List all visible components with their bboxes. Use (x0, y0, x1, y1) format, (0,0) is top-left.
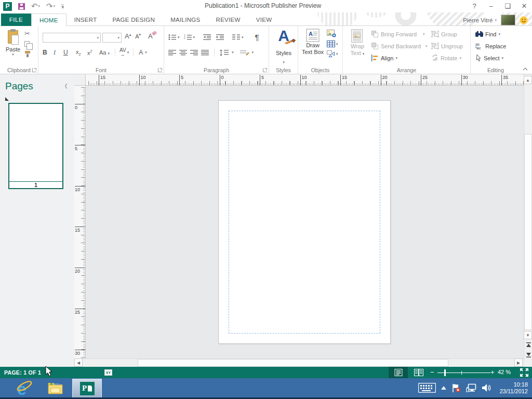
line-spacing-icon[interactable] (220, 49, 229, 56)
vertical-scrollbar[interactable]: ▲ ▼ (524, 74, 532, 367)
ungroup-button[interactable]: Ungroup (431, 42, 463, 50)
italic-button[interactable]: I (54, 49, 63, 57)
insert-table-icon[interactable] (327, 41, 335, 47)
horizontal-ruler[interactable]: 1510505101520253035 (86, 74, 524, 86)
font-size-combo[interactable]: ▾ (102, 33, 122, 43)
align-button[interactable]: Align ▾ (371, 54, 428, 62)
show-hidden-icons-button[interactable] (441, 386, 446, 390)
tab-mailings[interactable]: MAILINGS (163, 14, 208, 26)
publication-page[interactable] (218, 100, 391, 344)
file-explorer-icon[interactable] (48, 381, 66, 395)
decrease-indent-icon[interactable] (203, 34, 211, 41)
restore-button[interactable]: ❏ (503, 2, 512, 10)
document-canvas[interactable] (86, 86, 524, 358)
object-position-icon[interactable]: XY (104, 369, 112, 376)
shapes-icon[interactable] (327, 50, 335, 57)
paste-button[interactable]: Paste ▾ (2, 29, 24, 67)
draw-text-box-button[interactable]: A Draw Text Box (300, 29, 326, 56)
scroll-down-icon[interactable]: ▼ (524, 331, 532, 339)
columns-icon[interactable] (232, 34, 240, 41)
two-page-view-button[interactable] (409, 367, 428, 378)
subscript-button[interactable]: x2 (76, 49, 87, 56)
copy-icon[interactable] (24, 41, 30, 47)
vertical-scrollbar-thumb[interactable] (524, 134, 532, 330)
format-painter-icon[interactable] (24, 50, 31, 57)
undo-button[interactable]: ↶▾ (31, 2, 40, 11)
horizontal-scrollbar[interactable]: ◀ ▶ (74, 358, 524, 367)
fit-page-button[interactable] (520, 368, 528, 377)
avatar[interactable] (501, 15, 515, 25)
page-down-icon[interactable] (526, 353, 531, 357)
align-left-icon[interactable] (168, 49, 176, 56)
align-right-icon[interactable] (190, 49, 198, 56)
insert-picture-icon[interactable] (327, 30, 336, 37)
zoom-slider-thumb[interactable] (444, 369, 446, 376)
pages-panel-collapse-icon[interactable]: 〈 (65, 83, 67, 89)
clipboard-dialog-launcher[interactable] (32, 68, 36, 72)
grow-font-button[interactable]: A▴ (125, 32, 131, 40)
shading-icon[interactable] (240, 49, 249, 56)
change-case-button[interactable]: Aa ▾ (99, 49, 110, 56)
send-backward-button[interactable]: Send Backward ▾ (371, 42, 428, 50)
feedback-smiley-icon[interactable] (520, 16, 528, 24)
help-button[interactable]: ? (470, 2, 479, 10)
underline-button[interactable]: U (63, 49, 76, 56)
clock[interactable]: 10:18 23/11/2012 (500, 381, 528, 395)
pages-panel-expand-icon[interactable] (5, 97, 9, 101)
justify-icon[interactable] (201, 49, 209, 56)
styles-button[interactable]: A Styles ▾ (271, 28, 296, 70)
paragraph-dialog-launcher[interactable] (263, 68, 267, 72)
account-name[interactable]: Pierre Vitré (463, 17, 493, 23)
horizontal-scrollbar-thumb[interactable] (138, 359, 448, 367)
vertical-ruler[interactable]: 051015202530 (74, 86, 86, 358)
increase-indent-icon[interactable] (216, 34, 224, 41)
shrink-font-button[interactable]: A▾ (135, 33, 141, 39)
group-button[interactable]: Group (431, 30, 463, 38)
font-color-button[interactable]: A (139, 49, 143, 56)
tab-file[interactable]: FILE (1, 14, 31, 26)
zoom-in-button[interactable]: + (490, 368, 495, 376)
superscript-button[interactable]: x2 (87, 49, 99, 56)
page-up-icon[interactable] (526, 342, 531, 347)
publisher-app-icon[interactable]: P (3, 2, 12, 11)
character-spacing-button[interactable]: AV↔ (119, 48, 126, 57)
keyboard-icon[interactable] (418, 383, 436, 393)
page-status[interactable]: PAGE: 1 OF 1 (4, 369, 41, 376)
show-formatting-button[interactable]: ¶ (255, 33, 259, 42)
account-area[interactable]: Pierre Vitré ▾ (463, 15, 528, 25)
collapse-ribbon-icon[interactable] (523, 68, 528, 71)
replace-button[interactable]: abac Replace (475, 42, 506, 50)
align-center-icon[interactable] (179, 49, 187, 56)
page-thumbnail-1[interactable]: 1 (8, 103, 63, 189)
tab-page-design[interactable]: PAGE DESIGN (104, 14, 163, 26)
taskbar-publisher-button[interactable]: P (72, 379, 102, 398)
scroll-up-icon[interactable]: ▲ (524, 76, 532, 84)
bold-button[interactable]: B (43, 49, 54, 56)
clear-formatting-button[interactable]: A (148, 32, 153, 40)
select-button[interactable]: Select ▾ (475, 54, 506, 62)
redo-button[interactable]: ↷▾ (46, 2, 55, 11)
internet-explorer-icon[interactable]: e (15, 379, 33, 397)
find-button[interactable]: Find ▾ (475, 30, 506, 38)
numbering-icon[interactable]: 12 (184, 34, 192, 41)
tab-view[interactable]: VIEW (248, 14, 280, 26)
zoom-level[interactable]: 42 % (498, 369, 511, 375)
font-name-combo[interactable]: ▾ (43, 33, 101, 43)
rotate-button[interactable]: Rotate ▾ (431, 54, 463, 62)
volume-icon[interactable] (482, 383, 491, 392)
minimize-button[interactable]: – (486, 2, 496, 10)
font-dialog-launcher[interactable] (158, 68, 162, 72)
tab-review[interactable]: REVIEW (208, 14, 248, 26)
bring-forward-button[interactable]: Bring Forward ▾ (371, 30, 428, 38)
cut-icon[interactable]: ✂ (24, 30, 31, 37)
tab-home[interactable]: HOME (31, 14, 66, 26)
wrap-text-button[interactable]: Wrap Text ▾ (346, 29, 369, 57)
single-page-view-button[interactable] (389, 367, 408, 378)
customize-qat-button[interactable]: ▾ (61, 5, 64, 9)
network-icon[interactable] (466, 383, 476, 392)
close-button[interactable]: ✕ (520, 2, 529, 10)
bullets-icon[interactable] (168, 34, 176, 41)
action-center-flag-icon[interactable] (451, 383, 461, 393)
zoom-out-button[interactable]: − (430, 368, 434, 376)
save-button[interactable] (18, 3, 25, 10)
